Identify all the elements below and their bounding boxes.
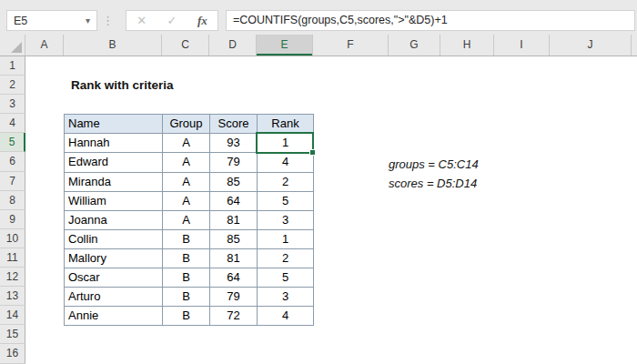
cell-reference: E5 — [14, 15, 27, 27]
cell-D8[interactable]: 64 — [210, 192, 258, 211]
row-header-1[interactable]: 1 — [0, 56, 25, 76]
cell-B9[interactable]: Joanna — [65, 211, 163, 230]
row-header-3[interactable]: 3 — [0, 95, 25, 114]
name-box[interactable]: E5 ▾ — [6, 10, 97, 31]
column-header-G[interactable]: G — [389, 35, 440, 56]
column-header-I[interactable]: I — [494, 35, 550, 56]
cell-D9[interactable]: 81 — [210, 211, 258, 230]
row-headers: 12345678910111213141516 — [0, 56, 25, 364]
data-table: NameGroupScoreRankHannahA931EdwardA794Mi… — [64, 114, 314, 326]
cell-C6[interactable]: A — [163, 153, 210, 172]
insert-function-icon[interactable]: fx — [197, 14, 207, 28]
row-header-4[interactable]: 4 — [0, 114, 25, 133]
worksheet-title: Rank with criteria — [71, 76, 174, 95]
column-header-E[interactable]: E — [257, 35, 313, 56]
cell-B5[interactable]: Hannah — [65, 134, 163, 153]
row-header-10[interactable]: 10 — [0, 229, 25, 248]
column-header-H[interactable]: H — [440, 35, 494, 56]
cell-D13[interactable]: 79 — [210, 288, 258, 307]
row-header-12[interactable]: 12 — [0, 268, 25, 287]
cell-B8[interactable]: William — [65, 192, 163, 211]
select-all-corner[interactable] — [0, 35, 25, 56]
column-header-partial[interactable] — [632, 35, 637, 56]
cell-B13[interactable]: Arturo — [65, 288, 163, 307]
cell-B7[interactable]: Miranda — [65, 173, 163, 192]
row-header-9[interactable]: 9 — [0, 210, 25, 229]
row-header-2[interactable]: 2 — [0, 76, 25, 95]
cell-E11[interactable]: 2 — [258, 249, 314, 268]
formula-bar: E5 ▾ ⋮ ✕ ✓ fx =COUNTIFS(groups,C5,scores… — [0, 0, 637, 35]
cell-C8[interactable]: A — [163, 192, 210, 211]
cancel-icon[interactable]: ✕ — [136, 14, 147, 27]
cell-E9[interactable]: 3 — [258, 211, 314, 230]
sheet-area: 12345678910111213141516 Rank with criter… — [0, 56, 637, 364]
excel-window: E5 ▾ ⋮ ✕ ✓ fx =COUNTIFS(groups,C5,scores… — [0, 0, 637, 364]
cell-C7[interactable]: A — [163, 173, 210, 192]
cell-D5[interactable]: 93 — [210, 134, 258, 153]
row-header-5[interactable]: 5 — [0, 133, 25, 152]
cell-E5[interactable]: 1 — [258, 134, 314, 153]
column-header-A[interactable]: A — [25, 35, 64, 56]
row-header-8[interactable]: 8 — [0, 191, 25, 210]
annotation-scores: scores = D5:D14 — [389, 174, 477, 193]
cell-D14[interactable]: 72 — [210, 307, 258, 326]
row-header-7[interactable]: 7 — [0, 172, 25, 191]
cell-C5[interactable]: A — [163, 134, 210, 153]
column-header-J[interactable]: J — [550, 35, 632, 56]
cell-B11[interactable]: Mallory — [65, 249, 163, 268]
separator-dots-icon: ⋮ — [102, 10, 113, 31]
cell-E12[interactable]: 5 — [258, 268, 314, 288]
column-header-C[interactable]: C — [162, 35, 209, 56]
cell-C14[interactable]: B — [163, 307, 210, 326]
cell-E8[interactable]: 5 — [258, 192, 314, 211]
table-header-score[interactable]: Score — [210, 115, 258, 134]
fill-handle[interactable] — [309, 149, 316, 156]
column-header-B[interactable]: B — [64, 35, 162, 56]
cell-D7[interactable]: 85 — [210, 173, 258, 192]
cell-B10[interactable]: Collin — [65, 230, 163, 249]
table-header-rank[interactable]: Rank — [258, 115, 314, 134]
cell-B12[interactable]: Oscar — [65, 268, 163, 288]
cell-C10[interactable]: B — [163, 230, 210, 249]
row-header-11[interactable]: 11 — [0, 248, 25, 268]
cell-B6[interactable]: Edward — [65, 153, 163, 172]
cell-B14[interactable]: Annie — [65, 307, 163, 326]
row-header-16[interactable]: 16 — [0, 344, 25, 363]
cell-D11[interactable]: 81 — [210, 249, 258, 268]
row-header-15[interactable]: 15 — [0, 325, 25, 344]
select-all-triangle-icon — [11, 42, 22, 53]
cell-E7[interactable]: 2 — [258, 173, 314, 192]
cell-E14[interactable]: 4 — [258, 307, 314, 326]
row-header-13[interactable]: 13 — [0, 287, 25, 306]
table-header-group[interactable]: Group — [163, 115, 210, 134]
enter-icon[interactable]: ✓ — [167, 14, 177, 27]
cell-D12[interactable]: 64 — [210, 268, 258, 288]
column-header-D[interactable]: D — [209, 35, 257, 56]
column-header-F[interactable]: F — [313, 35, 389, 56]
row-header-6[interactable]: 6 — [0, 152, 25, 171]
dropdown-arrow-icon[interactable]: ▾ — [86, 15, 96, 25]
cell-C11[interactable]: B — [163, 249, 210, 268]
cell-C13[interactable]: B — [163, 288, 210, 307]
table-header-name[interactable]: Name — [65, 115, 163, 134]
cell-E10[interactable]: 1 — [258, 230, 314, 249]
cell-E13[interactable]: 3 — [258, 288, 314, 307]
annotation-groups: groups = C5:C14 — [389, 155, 479, 174]
cell-C9[interactable]: A — [163, 211, 210, 230]
cell-D10[interactable]: 85 — [210, 230, 258, 249]
cell-C12[interactable]: B — [163, 268, 210, 288]
formula-input[interactable]: =COUNTIFS(groups,C5,scores,">"&D5)+1 — [226, 10, 635, 31]
formula-buttons: ✕ ✓ fx — [126, 10, 218, 31]
column-headers: ABCDEFGHIJ — [0, 35, 637, 56]
cell-D6[interactable]: 79 — [210, 153, 258, 172]
cell-E6[interactable]: 4 — [258, 153, 314, 172]
row-header-14[interactable]: 14 — [0, 306, 25, 325]
